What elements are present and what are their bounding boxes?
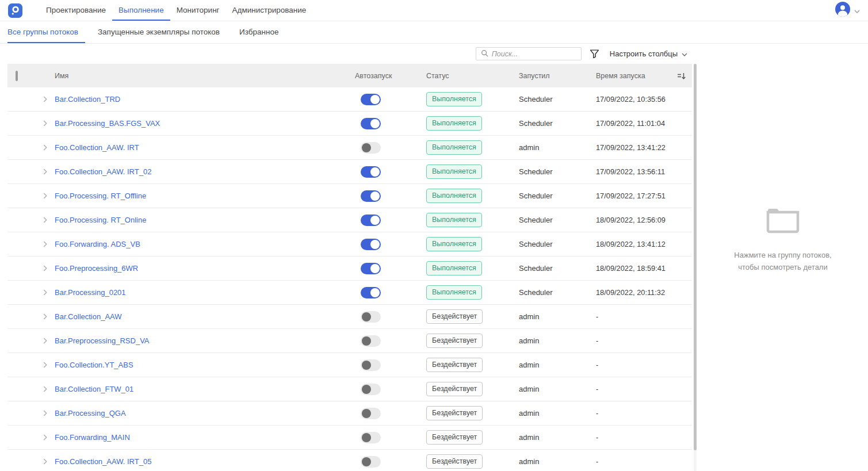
autostart-toggle[interactable] [361, 311, 381, 323]
started-by-value: Scheduler [519, 119, 596, 128]
table-row[interactable]: Foo.Forwarding_MAINБездействуетadmin- [7, 426, 692, 450]
flow-group-name-link[interactable]: Bar.Processing_BAS.FGS_VAX [55, 119, 160, 128]
autostart-toggle[interactable] [361, 166, 381, 178]
started-by-value: admin [519, 457, 596, 466]
table-row[interactable]: Foo.Forwarding. ADS_VBВыполняетсяSchedul… [7, 232, 692, 256]
autostart-toggle[interactable] [361, 215, 381, 226]
expand-chevron-icon[interactable] [42, 338, 48, 344]
table-row[interactable]: Bar.Processing_0201ВыполняетсяScheduler1… [7, 281, 692, 305]
nav-item-monitoring[interactable]: Мониторинг [170, 0, 226, 21]
nav-item-execution[interactable]: Выполнение [112, 0, 170, 21]
start-time-value: 18/09/2022, 12:56:09 [596, 216, 675, 224]
autostart-toggle[interactable] [361, 287, 381, 298]
flow-group-name-link[interactable]: Foo.Collection.YT_ABS [55, 361, 133, 369]
table-row[interactable]: Bar.Processing_QGAБездействуетadmin- [7, 401, 692, 426]
page-tabs: Все группы потоковЗапущенные экземпляры … [0, 21, 868, 44]
expand-chevron-icon[interactable] [42, 193, 48, 199]
search-box[interactable] [476, 47, 582, 60]
autostart-toggle[interactable] [361, 142, 381, 154]
flow-group-name-link[interactable]: Bar.Collection_AAW [55, 312, 122, 321]
user-menu[interactable] [835, 0, 860, 21]
autostart-toggle[interactable] [361, 432, 381, 443]
expand-chevron-icon[interactable] [42, 169, 48, 175]
expand-chevron-icon[interactable] [42, 241, 48, 247]
status-badge: Бездействует [426, 382, 483, 396]
autostart-toggle[interactable] [361, 118, 381, 129]
autostart-toggle[interactable] [361, 408, 381, 419]
flow-group-name-link[interactable]: Bar.Processing_QGA [55, 409, 126, 418]
flow-group-name-link[interactable]: Foo.Preprocessing_6WR [55, 264, 138, 273]
nav-item-design[interactable]: Проектирование [40, 0, 112, 21]
start-time-value: 17/09/2022, 11:01:04 [596, 119, 675, 128]
autostart-toggle[interactable] [361, 359, 381, 371]
search-input[interactable] [492, 50, 576, 58]
autostart-toggle[interactable] [361, 335, 381, 347]
table-row[interactable]: Bar.Collection_TRDВыполняетсяScheduler17… [7, 87, 692, 112]
flow-group-name-link[interactable]: Foo.Processing. RT_Online [55, 216, 146, 224]
table-row[interactable]: Bar.Collection_AAWБездействуетadmin- [7, 305, 692, 329]
expand-chevron-icon[interactable] [42, 458, 48, 465]
expand-chevron-icon[interactable] [42, 96, 48, 102]
flow-group-name-link[interactable]: Foo.Collection_AAW. IRT_02 [55, 167, 151, 176]
flow-group-name-link[interactable]: Foo.Forwarding. ADS_VB [55, 240, 140, 248]
table-row[interactable]: Foo.Processing. RT_OnlineВыполняетсяSche… [7, 208, 692, 232]
table-row[interactable]: Foo.Collection.YT_ABSБездействуетadmin- [7, 353, 692, 377]
tab-all-flow-groups[interactable]: Все группы потоков [7, 21, 85, 43]
flow-group-name-link[interactable]: Foo.Processing. RT_Offline [55, 192, 146, 200]
start-time-value: 18/09/2022, 13:41:12 [596, 240, 675, 248]
status-badge: Выполняется [426, 261, 482, 275]
configure-columns-button[interactable]: Настроить столбцы [610, 49, 687, 58]
nav-item-administration[interactable]: Администрирование [226, 0, 313, 21]
started-by-value: admin [519, 409, 596, 418]
app-logo-icon[interactable] [8, 3, 22, 18]
started-by-value: admin [519, 336, 596, 345]
autostart-toggle[interactable] [361, 263, 381, 274]
sort-icon[interactable] [676, 72, 686, 80]
autostart-toggle[interactable] [361, 94, 381, 105]
user-avatar-icon[interactable] [835, 2, 850, 19]
expand-chevron-icon[interactable] [42, 289, 48, 296]
expand-chevron-icon[interactable] [42, 144, 48, 151]
table-row[interactable]: Foo.Collection_AAW. IRTВыполняетсяadmin1… [7, 136, 692, 160]
status-badge: Бездействует [426, 430, 483, 445]
filter-funnel-icon[interactable] [590, 49, 599, 59]
autostart-toggle[interactable] [361, 384, 381, 395]
expand-chevron-icon[interactable] [42, 217, 48, 223]
table-row[interactable]: Foo.Collection_AAW. IRT_05Бездействуетad… [7, 450, 692, 471]
empty-state-text-line1: Нажмите на группу потоков, [734, 250, 831, 261]
flow-group-name-link[interactable]: Bar.Preprocessing_RSD_VA [55, 336, 150, 345]
table-row[interactable]: Foo.Processing. RT_OfflineВыполняетсяSch… [7, 184, 692, 208]
expand-chevron-icon[interactable] [42, 386, 48, 392]
expand-chevron-icon[interactable] [42, 120, 48, 127]
table-row[interactable]: Bar.Preprocessing_RSD_VAБездействуетadmi… [7, 329, 692, 353]
tab-favorites[interactable]: Избранное [232, 21, 285, 43]
start-time-value: - [596, 409, 675, 418]
expand-chevron-icon[interactable] [42, 265, 48, 271]
expand-chevron-icon[interactable] [42, 362, 48, 368]
flow-group-name-link[interactable]: Foo.Forwarding_MAIN [55, 433, 130, 442]
start-time-value: 17/09/2022, 17:27:51 [596, 192, 675, 200]
expand-chevron-icon[interactable] [42, 410, 48, 416]
expand-chevron-icon[interactable] [42, 434, 48, 441]
autostart-toggle[interactable] [361, 239, 381, 250]
column-header-status: Статус [426, 72, 519, 80]
autostart-toggle[interactable] [361, 190, 381, 202]
table-row[interactable]: Bar.Processing_BAS.FGS_VAXВыполняетсяSch… [7, 112, 692, 136]
autostart-toggle[interactable] [361, 456, 381, 468]
status-badge: Бездействует [426, 454, 483, 469]
expand-chevron-icon[interactable] [42, 313, 48, 320]
flow-group-name-link[interactable]: Bar.Processing_0201 [55, 288, 126, 297]
scrollbar-thumb[interactable] [694, 64, 697, 450]
start-time-value: 18/09/2022, 20:11:32 [596, 288, 675, 297]
status-badge: Выполняется [426, 237, 482, 251]
flow-group-name-link[interactable]: Foo.Collection_AAW. IRT [55, 143, 139, 152]
table-row[interactable]: Bar.Collection_FTW_01Бездействуетadmin- [7, 377, 692, 401]
flow-group-name-link[interactable]: Foo.Collection_AAW. IRT_05 [55, 457, 151, 466]
tab-running-flow-instances[interactable]: Запущенные экземпляры потоков [91, 21, 227, 43]
status-badge: Выполняется [426, 285, 482, 300]
flow-group-name-link[interactable]: Bar.Collection_FTW_01 [55, 385, 133, 393]
table-row[interactable]: Foo.Collection_AAW. IRT_02ВыполняетсяSch… [7, 160, 692, 184]
table-row[interactable]: Foo.Preprocessing_6WRВыполняетсяSchedule… [7, 256, 692, 281]
flow-group-name-link[interactable]: Bar.Collection_TRD [55, 95, 120, 104]
select-all-checkbox[interactable] [16, 71, 18, 81]
